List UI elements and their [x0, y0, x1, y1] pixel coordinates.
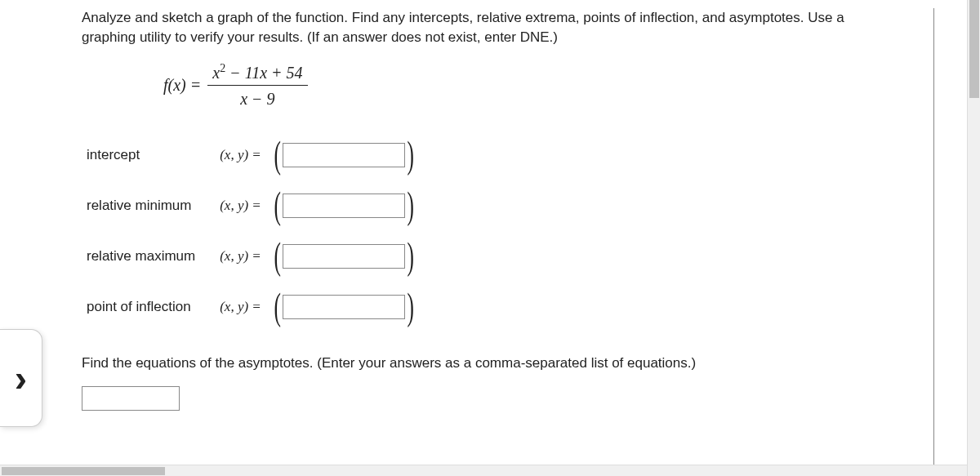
row-label-rel-min: relative minimum	[82, 180, 215, 231]
point-of-inflection-input[interactable]	[283, 295, 405, 319]
prompt-line-1: Analyze and sketch a graph of the functi…	[82, 10, 844, 25]
table-row: relative maximum (x, y) = ( )	[82, 231, 421, 282]
answer-cell: ( )	[266, 180, 421, 231]
horizontal-scrollbar[interactable]	[0, 465, 967, 476]
answers-table: intercept (x, y) = ( ) relative minimum …	[82, 130, 421, 332]
chevron-right-icon: ›	[15, 359, 27, 397]
asymptote-row	[82, 386, 909, 411]
xy-equals: (x, y) =	[215, 130, 266, 180]
function-lhs: f(x) =	[163, 73, 201, 96]
vertical-scrollbar[interactable]	[967, 0, 980, 476]
table-row: point of inflection (x, y) = ( )	[82, 282, 421, 332]
row-label-intercept: intercept	[82, 130, 215, 180]
question-prompt: Analyze and sketch a graph of the functi…	[82, 8, 909, 47]
xy-equals: (x, y) =	[215, 231, 266, 282]
answer-cell: ( )	[266, 130, 421, 180]
relative-minimum-input[interactable]	[283, 194, 405, 218]
asymptote-prompt: Find the equations of the asymptotes. (E…	[82, 354, 909, 373]
row-label-inflection: point of inflection	[82, 282, 215, 332]
vertical-scrollbar-thumb[interactable]	[969, 0, 979, 98]
function-formula: f(x) = x2 − 11x + 54 x − 9	[163, 60, 909, 111]
asymptotes-input[interactable]	[82, 386, 180, 411]
xy-equals: (x, y) =	[215, 282, 266, 332]
fraction-denominator: x − 9	[235, 86, 279, 110]
relative-maximum-input[interactable]	[283, 244, 405, 269]
row-label-rel-max: relative maximum	[82, 231, 215, 282]
answer-cell: ( )	[266, 231, 421, 282]
xy-equals: (x, y) =	[215, 180, 266, 231]
fraction-numerator: x2 − 11x + 54	[207, 60, 307, 87]
side-panel-toggle[interactable]: ›	[0, 329, 42, 427]
question-inner: Analyze and sketch a graph of the functi…	[82, 8, 934, 465]
question-area: Analyze and sketch a graph of the functi…	[49, 0, 967, 465]
fraction: x2 − 11x + 54 x − 9	[207, 60, 307, 111]
table-row: intercept (x, y) = ( )	[82, 130, 421, 180]
horizontal-scrollbar-thumb[interactable]	[2, 467, 165, 475]
prompt-line-2: graphing utility to verify your results.…	[82, 29, 558, 45]
intercept-input[interactable]	[283, 143, 405, 167]
answer-cell: ( )	[266, 282, 421, 332]
table-row: relative minimum (x, y) = ( )	[82, 180, 421, 231]
